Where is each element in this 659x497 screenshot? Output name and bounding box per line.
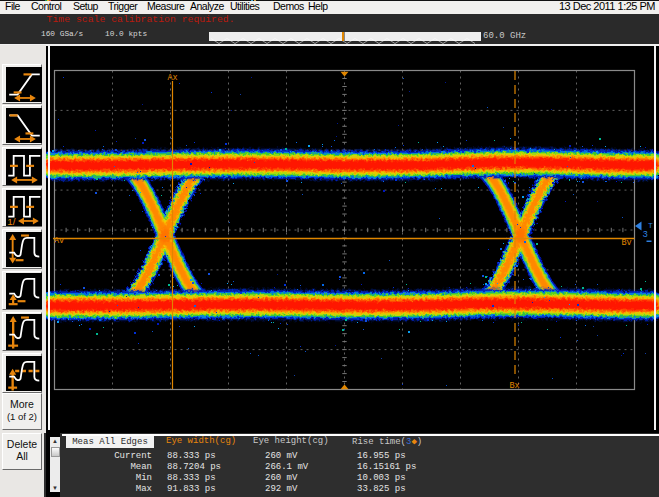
svg-text:Ax: Ax bbox=[168, 73, 178, 83]
svg-text:Bx: Bx bbox=[510, 381, 520, 391]
svg-text:T: T bbox=[648, 221, 653, 230]
svg-text:1/: 1/ bbox=[7, 216, 15, 226]
svg-text:Bv: Bv bbox=[622, 238, 632, 248]
svg-text:3: 3 bbox=[643, 230, 648, 240]
svg-text:Av: Av bbox=[54, 236, 64, 246]
